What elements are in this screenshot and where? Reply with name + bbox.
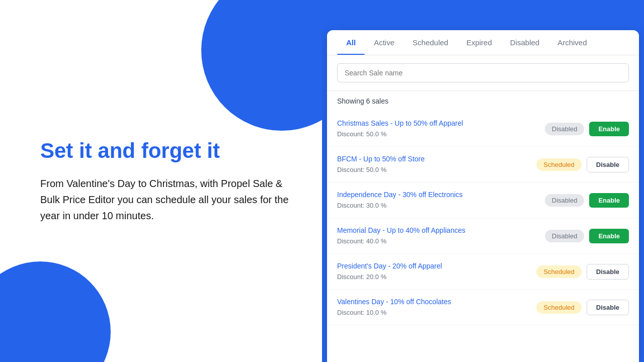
blob-bottom-decoration [0,261,111,362]
table-row: Valentines Day - 10% off ChocolatesDisco… [327,290,639,325]
disable-button[interactable]: Disable [587,264,629,280]
right-panel: AllActiveScheduledExpiredDisabledArchive… [322,0,644,362]
sales-card: AllActiveScheduledExpiredDisabledArchive… [327,30,639,362]
sale-actions: ScheduledDisable [536,157,629,172]
tab-expired[interactable]: Expired [457,30,501,55]
status-badge: Disabled [545,194,585,207]
table-row: Independence Day - 30% off ElectronicsDi… [327,183,639,218]
sale-actions: DisabledEnable [545,193,629,208]
sale-discount: Discount: 50.0 % [337,130,386,138]
table-row: BFCM - Up to 50% off StoreDiscount: 50.0… [327,147,639,183]
sale-name-link[interactable]: BFCM - Up to 50% off Store [337,155,536,163]
sale-discount: Discount: 20.0 % [337,273,386,281]
enable-button[interactable]: Enable [589,193,629,208]
sale-name-link[interactable]: Independence Day - 30% off Electronics [337,191,545,199]
left-content: Set it and forget it From Valentine's Da… [40,138,292,224]
sale-name-link[interactable]: Memorial Day - Up to 40% off Appliances [337,226,545,234]
sale-info: BFCM - Up to 50% off StoreDiscount: 50.0… [337,155,536,174]
tab-scheduled[interactable]: Scheduled [404,30,457,55]
tab-disabled[interactable]: Disabled [501,30,548,55]
tab-archived[interactable]: Archived [548,30,596,55]
sale-info: President's Day - 20% off ApparelDiscoun… [337,262,536,281]
search-container [327,55,639,91]
sale-name-link[interactable]: President's Day - 20% off Apparel [337,262,536,270]
table-row: Memorial Day - Up to 40% off AppliancesD… [327,218,639,254]
left-panel: Set it and forget it From Valentine's Da… [0,0,322,362]
search-input[interactable] [337,63,629,82]
status-badge: Scheduled [536,265,581,278]
sale-name-link[interactable]: Valentines Day - 10% off Chocolates [337,298,536,306]
sales-list: Christmas Sales - Up to 50% off ApparelD… [327,111,639,362]
sale-actions: ScheduledDisable [536,300,629,315]
description: From Valentine's Day to Christmas, with … [40,175,292,224]
tabs-container: AllActiveScheduledExpiredDisabledArchive… [327,30,639,55]
sale-name-link[interactable]: Christmas Sales - Up to 50% off Apparel [337,119,545,127]
sale-discount: Discount: 50.0 % [337,166,386,173]
sale-info: Valentines Day - 10% off ChocolatesDisco… [337,298,536,317]
enable-button[interactable]: Enable [589,229,629,243]
sale-actions: DisabledEnable [545,229,629,243]
sale-discount: Discount: 30.0 % [337,202,386,209]
sale-info: Memorial Day - Up to 40% off AppliancesD… [337,226,545,245]
sale-info: Christmas Sales - Up to 50% off ApparelD… [337,119,545,138]
sale-actions: DisabledEnable [545,122,629,136]
tab-all[interactable]: All [337,30,365,55]
sale-info: Independence Day - 30% off ElectronicsDi… [337,191,545,210]
sale-discount: Discount: 10.0 % [337,309,386,316]
sale-actions: ScheduledDisable [536,264,629,280]
table-row: President's Day - 20% off ApparelDiscoun… [327,254,639,290]
disable-button[interactable]: Disable [587,157,629,172]
status-badge: Scheduled [536,158,581,171]
status-badge: Disabled [545,230,585,242]
enable-button[interactable]: Enable [589,122,629,136]
disable-button[interactable]: Disable [587,300,629,315]
headline: Set it and forget it [40,138,292,163]
blob-top-decoration [201,0,322,131]
sales-summary: Showing 6 sales [327,91,639,111]
tab-active[interactable]: Active [365,30,404,55]
sale-discount: Discount: 40.0 % [337,237,386,245]
status-badge: Disabled [545,123,585,135]
status-badge: Scheduled [536,301,581,314]
table-row: Christmas Sales - Up to 50% off ApparelD… [327,111,639,147]
